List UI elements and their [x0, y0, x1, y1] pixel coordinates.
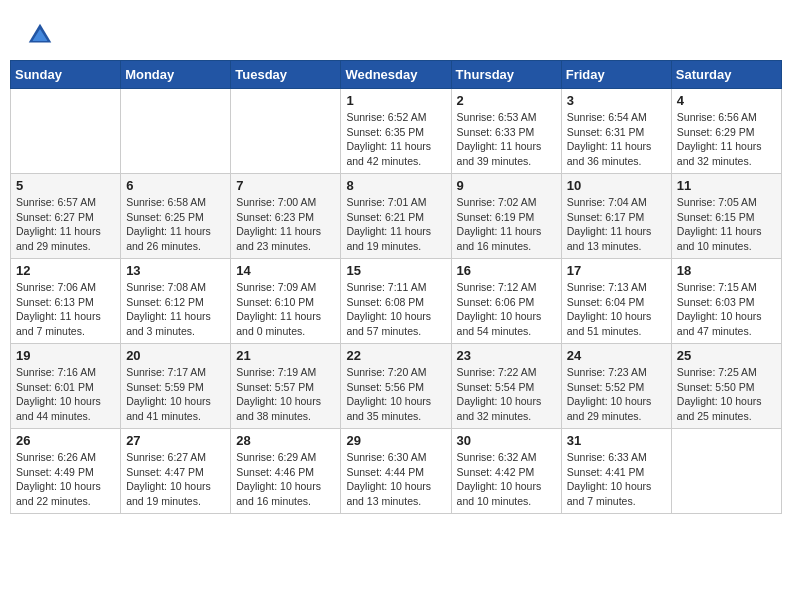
day-info: Sunrise: 7:17 AM Sunset: 5:59 PM Dayligh… [126, 365, 225, 424]
calendar-cell: 7Sunrise: 7:00 AM Sunset: 6:23 PM Daylig… [231, 174, 341, 259]
day-number: 7 [236, 178, 335, 193]
day-info: Sunrise: 6:26 AM Sunset: 4:49 PM Dayligh… [16, 450, 115, 509]
calendar-cell [671, 429, 781, 514]
day-number: 21 [236, 348, 335, 363]
day-number: 2 [457, 93, 556, 108]
logo [25, 20, 60, 50]
day-number: 13 [126, 263, 225, 278]
calendar-week-5: 26Sunrise: 6:26 AM Sunset: 4:49 PM Dayli… [11, 429, 782, 514]
day-info: Sunrise: 7:05 AM Sunset: 6:15 PM Dayligh… [677, 195, 776, 254]
day-number: 19 [16, 348, 115, 363]
calendar-cell: 6Sunrise: 6:58 AM Sunset: 6:25 PM Daylig… [121, 174, 231, 259]
day-number: 20 [126, 348, 225, 363]
page-container: SundayMondayTuesdayWednesdayThursdayFrid… [10, 10, 782, 514]
calendar-cell: 27Sunrise: 6:27 AM Sunset: 4:47 PM Dayli… [121, 429, 231, 514]
day-number: 25 [677, 348, 776, 363]
day-info: Sunrise: 6:30 AM Sunset: 4:44 PM Dayligh… [346, 450, 445, 509]
calendar-cell: 11Sunrise: 7:05 AM Sunset: 6:15 PM Dayli… [671, 174, 781, 259]
calendar-cell: 15Sunrise: 7:11 AM Sunset: 6:08 PM Dayli… [341, 259, 451, 344]
calendar-cell: 31Sunrise: 6:33 AM Sunset: 4:41 PM Dayli… [561, 429, 671, 514]
day-info: Sunrise: 7:11 AM Sunset: 6:08 PM Dayligh… [346, 280, 445, 339]
calendar-cell: 20Sunrise: 7:17 AM Sunset: 5:59 PM Dayli… [121, 344, 231, 429]
day-number: 14 [236, 263, 335, 278]
day-number: 30 [457, 433, 556, 448]
calendar-header-saturday: Saturday [671, 61, 781, 89]
calendar-cell: 26Sunrise: 6:26 AM Sunset: 4:49 PM Dayli… [11, 429, 121, 514]
day-number: 15 [346, 263, 445, 278]
day-number: 1 [346, 93, 445, 108]
calendar-cell: 19Sunrise: 7:16 AM Sunset: 6:01 PM Dayli… [11, 344, 121, 429]
day-info: Sunrise: 7:06 AM Sunset: 6:13 PM Dayligh… [16, 280, 115, 339]
day-number: 31 [567, 433, 666, 448]
calendar-cell: 10Sunrise: 7:04 AM Sunset: 6:17 PM Dayli… [561, 174, 671, 259]
day-info: Sunrise: 6:29 AM Sunset: 4:46 PM Dayligh… [236, 450, 335, 509]
day-info: Sunrise: 7:25 AM Sunset: 5:50 PM Dayligh… [677, 365, 776, 424]
calendar-cell: 3Sunrise: 6:54 AM Sunset: 6:31 PM Daylig… [561, 89, 671, 174]
calendar-cell: 8Sunrise: 7:01 AM Sunset: 6:21 PM Daylig… [341, 174, 451, 259]
calendar-cell [231, 89, 341, 174]
day-info: Sunrise: 7:08 AM Sunset: 6:12 PM Dayligh… [126, 280, 225, 339]
day-number: 16 [457, 263, 556, 278]
day-number: 9 [457, 178, 556, 193]
calendar-cell: 25Sunrise: 7:25 AM Sunset: 5:50 PM Dayli… [671, 344, 781, 429]
day-number: 17 [567, 263, 666, 278]
calendar-cell: 12Sunrise: 7:06 AM Sunset: 6:13 PM Dayli… [11, 259, 121, 344]
day-info: Sunrise: 7:12 AM Sunset: 6:06 PM Dayligh… [457, 280, 556, 339]
calendar-cell: 30Sunrise: 6:32 AM Sunset: 4:42 PM Dayli… [451, 429, 561, 514]
day-number: 28 [236, 433, 335, 448]
day-number: 4 [677, 93, 776, 108]
day-number: 27 [126, 433, 225, 448]
calendar-cell: 9Sunrise: 7:02 AM Sunset: 6:19 PM Daylig… [451, 174, 561, 259]
calendar-cell: 28Sunrise: 6:29 AM Sunset: 4:46 PM Dayli… [231, 429, 341, 514]
day-info: Sunrise: 7:01 AM Sunset: 6:21 PM Dayligh… [346, 195, 445, 254]
calendar-cell [11, 89, 121, 174]
day-info: Sunrise: 6:53 AM Sunset: 6:33 PM Dayligh… [457, 110, 556, 169]
day-number: 8 [346, 178, 445, 193]
day-info: Sunrise: 6:56 AM Sunset: 6:29 PM Dayligh… [677, 110, 776, 169]
calendar-header-monday: Monday [121, 61, 231, 89]
calendar-cell: 16Sunrise: 7:12 AM Sunset: 6:06 PM Dayli… [451, 259, 561, 344]
calendar-cell: 23Sunrise: 7:22 AM Sunset: 5:54 PM Dayli… [451, 344, 561, 429]
logo-icon [25, 20, 55, 50]
calendar-cell: 4Sunrise: 6:56 AM Sunset: 6:29 PM Daylig… [671, 89, 781, 174]
day-info: Sunrise: 7:20 AM Sunset: 5:56 PM Dayligh… [346, 365, 445, 424]
day-number: 5 [16, 178, 115, 193]
day-info: Sunrise: 6:27 AM Sunset: 4:47 PM Dayligh… [126, 450, 225, 509]
calendar-cell: 1Sunrise: 6:52 AM Sunset: 6:35 PM Daylig… [341, 89, 451, 174]
day-info: Sunrise: 7:19 AM Sunset: 5:57 PM Dayligh… [236, 365, 335, 424]
calendar-week-3: 12Sunrise: 7:06 AM Sunset: 6:13 PM Dayli… [11, 259, 782, 344]
day-info: Sunrise: 7:16 AM Sunset: 6:01 PM Dayligh… [16, 365, 115, 424]
day-info: Sunrise: 7:04 AM Sunset: 6:17 PM Dayligh… [567, 195, 666, 254]
calendar-cell: 13Sunrise: 7:08 AM Sunset: 6:12 PM Dayli… [121, 259, 231, 344]
calendar-cell: 24Sunrise: 7:23 AM Sunset: 5:52 PM Dayli… [561, 344, 671, 429]
calendar-cell: 29Sunrise: 6:30 AM Sunset: 4:44 PM Dayli… [341, 429, 451, 514]
calendar-week-4: 19Sunrise: 7:16 AM Sunset: 6:01 PM Dayli… [11, 344, 782, 429]
calendar-week-1: 1Sunrise: 6:52 AM Sunset: 6:35 PM Daylig… [11, 89, 782, 174]
day-info: Sunrise: 6:58 AM Sunset: 6:25 PM Dayligh… [126, 195, 225, 254]
day-info: Sunrise: 7:00 AM Sunset: 6:23 PM Dayligh… [236, 195, 335, 254]
calendar-cell: 14Sunrise: 7:09 AM Sunset: 6:10 PM Dayli… [231, 259, 341, 344]
day-number: 3 [567, 93, 666, 108]
calendar-cell [121, 89, 231, 174]
calendar-cell: 21Sunrise: 7:19 AM Sunset: 5:57 PM Dayli… [231, 344, 341, 429]
day-number: 10 [567, 178, 666, 193]
day-info: Sunrise: 7:15 AM Sunset: 6:03 PM Dayligh… [677, 280, 776, 339]
day-info: Sunrise: 7:23 AM Sunset: 5:52 PM Dayligh… [567, 365, 666, 424]
day-info: Sunrise: 7:09 AM Sunset: 6:10 PM Dayligh… [236, 280, 335, 339]
day-number: 6 [126, 178, 225, 193]
day-info: Sunrise: 7:02 AM Sunset: 6:19 PM Dayligh… [457, 195, 556, 254]
calendar-cell: 22Sunrise: 7:20 AM Sunset: 5:56 PM Dayli… [341, 344, 451, 429]
day-number: 11 [677, 178, 776, 193]
calendar-header-wednesday: Wednesday [341, 61, 451, 89]
day-info: Sunrise: 6:54 AM Sunset: 6:31 PM Dayligh… [567, 110, 666, 169]
day-info: Sunrise: 6:57 AM Sunset: 6:27 PM Dayligh… [16, 195, 115, 254]
day-number: 24 [567, 348, 666, 363]
calendar-cell: 17Sunrise: 7:13 AM Sunset: 6:04 PM Dayli… [561, 259, 671, 344]
calendar-table: SundayMondayTuesdayWednesdayThursdayFrid… [10, 60, 782, 514]
calendar-header-sunday: Sunday [11, 61, 121, 89]
day-number: 18 [677, 263, 776, 278]
day-number: 29 [346, 433, 445, 448]
calendar-cell: 5Sunrise: 6:57 AM Sunset: 6:27 PM Daylig… [11, 174, 121, 259]
day-info: Sunrise: 7:13 AM Sunset: 6:04 PM Dayligh… [567, 280, 666, 339]
day-number: 22 [346, 348, 445, 363]
